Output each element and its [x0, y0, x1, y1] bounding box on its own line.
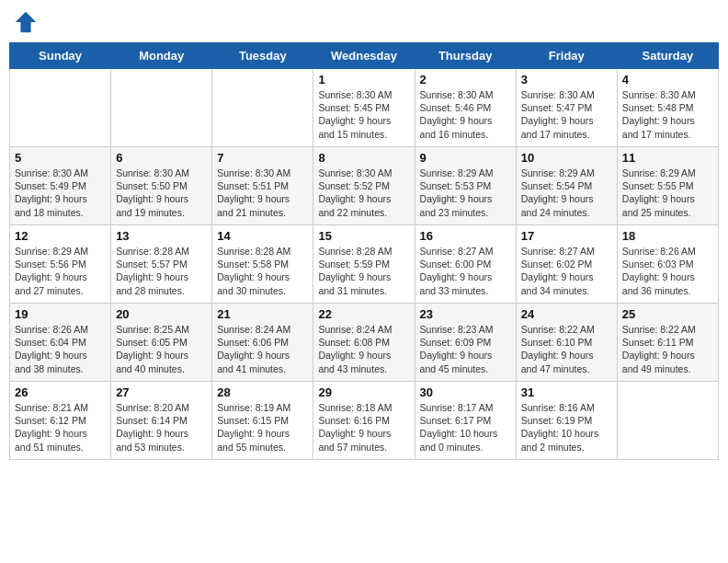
calendar-cell: 9Sunrise: 8:29 AM Sunset: 5:53 PM Daylig…	[415, 147, 516, 225]
date-number: 30	[420, 385, 511, 399]
day-header-friday: Friday	[516, 43, 617, 69]
cell-content: Sunrise: 8:30 AM Sunset: 5:47 PM Dayligh…	[521, 88, 612, 141]
date-number: 25	[622, 307, 713, 321]
cell-content: Sunrise: 8:26 AM Sunset: 6:04 PM Dayligh…	[15, 323, 106, 375]
cell-content: Sunrise: 8:24 AM Sunset: 6:08 PM Dayligh…	[318, 323, 409, 375]
calendar-cell: 23Sunrise: 8:23 AM Sunset: 6:09 PM Dayli…	[415, 304, 516, 382]
logo-icon	[13, 9, 39, 35]
cell-content: Sunrise: 8:30 AM Sunset: 5:48 PM Dayligh…	[622, 88, 713, 141]
calendar-cell: 8Sunrise: 8:30 AM Sunset: 5:52 PM Daylig…	[313, 147, 415, 225]
calendar-cell: 2Sunrise: 8:30 AM Sunset: 5:46 PM Daylig…	[415, 69, 516, 147]
cell-content: Sunrise: 8:22 AM Sunset: 6:10 PM Dayligh…	[521, 323, 612, 375]
cell-content: Sunrise: 8:16 AM Sunset: 6:19 PM Dayligh…	[521, 401, 612, 454]
date-number: 13	[116, 229, 207, 243]
calendar-cell: 6Sunrise: 8:30 AM Sunset: 5:50 PM Daylig…	[111, 147, 212, 225]
cell-content: Sunrise: 8:27 AM Sunset: 6:00 PM Dayligh…	[420, 245, 511, 297]
cell-content: Sunrise: 8:30 AM Sunset: 5:50 PM Dayligh…	[116, 167, 207, 219]
calendar-cell: 13Sunrise: 8:28 AM Sunset: 5:57 PM Dayli…	[111, 225, 212, 304]
date-number: 20	[116, 307, 207, 321]
svg-marker-0	[16, 12, 36, 32]
cell-content: Sunrise: 8:20 AM Sunset: 6:14 PM Dayligh…	[116, 401, 207, 454]
date-number: 4	[622, 73, 713, 86]
calendar-cell: 3Sunrise: 8:30 AM Sunset: 5:47 PM Daylig…	[516, 69, 617, 147]
date-number: 2	[420, 73, 511, 86]
calendar-cell: 18Sunrise: 8:26 AM Sunset: 6:03 PM Dayli…	[617, 225, 718, 304]
calendar-cell: 19Sunrise: 8:26 AM Sunset: 6:04 PM Dayli…	[10, 304, 111, 382]
calendar-cell: 15Sunrise: 8:28 AM Sunset: 5:59 PM Dayli…	[313, 225, 415, 304]
cell-content: Sunrise: 8:23 AM Sunset: 6:09 PM Dayligh…	[420, 323, 511, 375]
date-number: 14	[217, 229, 308, 243]
week-row-4: 19Sunrise: 8:26 AM Sunset: 6:04 PM Dayli…	[10, 304, 719, 382]
date-number: 7	[217, 151, 308, 165]
date-number: 23	[420, 307, 511, 321]
calendar-cell: 21Sunrise: 8:24 AM Sunset: 6:06 PM Dayli…	[212, 304, 313, 382]
day-header-saturday: Saturday	[617, 43, 718, 69]
cell-content: Sunrise: 8:17 AM Sunset: 6:17 PM Dayligh…	[420, 401, 511, 454]
date-number: 18	[622, 229, 713, 243]
date-number: 5	[15, 151, 106, 165]
calendar-cell: 22Sunrise: 8:24 AM Sunset: 6:08 PM Dayli…	[313, 304, 415, 382]
calendar-cell	[617, 382, 718, 460]
calendar-cell: 11Sunrise: 8:29 AM Sunset: 5:55 PM Dayli…	[617, 147, 718, 225]
date-number: 12	[15, 229, 106, 243]
cell-content: Sunrise: 8:29 AM Sunset: 5:56 PM Dayligh…	[15, 245, 106, 297]
week-row-3: 12Sunrise: 8:29 AM Sunset: 5:56 PM Dayli…	[10, 225, 719, 304]
week-row-1: 1Sunrise: 8:30 AM Sunset: 5:45 PM Daylig…	[10, 69, 719, 147]
calendar-cell: 17Sunrise: 8:27 AM Sunset: 6:02 PM Dayli…	[516, 225, 617, 304]
date-number: 22	[318, 307, 409, 321]
calendar-cell: 16Sunrise: 8:27 AM Sunset: 6:00 PM Dayli…	[415, 225, 516, 304]
calendar-cell: 31Sunrise: 8:16 AM Sunset: 6:19 PM Dayli…	[516, 382, 617, 460]
calendar-cell	[10, 69, 111, 147]
calendar-cell	[212, 69, 313, 147]
calendar-cell: 7Sunrise: 8:30 AM Sunset: 5:51 PM Daylig…	[212, 147, 313, 225]
header	[9, 9, 719, 35]
date-number: 24	[521, 307, 612, 321]
calendar-cell: 12Sunrise: 8:29 AM Sunset: 5:56 PM Dayli…	[10, 225, 111, 304]
calendar-cell: 24Sunrise: 8:22 AM Sunset: 6:10 PM Dayli…	[516, 304, 617, 382]
cell-content: Sunrise: 8:30 AM Sunset: 5:51 PM Dayligh…	[217, 167, 308, 219]
date-number: 9	[420, 151, 511, 165]
date-number: 15	[318, 229, 409, 243]
cell-content: Sunrise: 8:18 AM Sunset: 6:16 PM Dayligh…	[318, 401, 409, 454]
cell-content: Sunrise: 8:28 AM Sunset: 5:58 PM Dayligh…	[217, 245, 308, 297]
day-header-tuesday: Tuesday	[212, 43, 313, 69]
cell-content: Sunrise: 8:22 AM Sunset: 6:11 PM Dayligh…	[622, 323, 713, 375]
day-header-row: SundayMondayTuesdayWednesdayThursdayFrid…	[10, 43, 719, 69]
day-header-monday: Monday	[111, 43, 212, 69]
week-row-5: 26Sunrise: 8:21 AM Sunset: 6:12 PM Dayli…	[10, 382, 719, 460]
calendar-cell: 14Sunrise: 8:28 AM Sunset: 5:58 PM Dayli…	[212, 225, 313, 304]
calendar-cell: 4Sunrise: 8:30 AM Sunset: 5:48 PM Daylig…	[617, 69, 718, 147]
cell-content: Sunrise: 8:29 AM Sunset: 5:53 PM Dayligh…	[420, 167, 511, 219]
cell-content: Sunrise: 8:21 AM Sunset: 6:12 PM Dayligh…	[15, 401, 106, 454]
cell-content: Sunrise: 8:28 AM Sunset: 5:59 PM Dayligh…	[318, 245, 409, 297]
cell-content: Sunrise: 8:19 AM Sunset: 6:15 PM Dayligh…	[217, 401, 308, 454]
cell-content: Sunrise: 8:28 AM Sunset: 5:57 PM Dayligh…	[116, 245, 207, 297]
date-number: 16	[420, 229, 511, 243]
calendar-cell: 30Sunrise: 8:17 AM Sunset: 6:17 PM Dayli…	[415, 382, 516, 460]
date-number: 3	[521, 73, 612, 86]
cell-content: Sunrise: 8:25 AM Sunset: 6:05 PM Dayligh…	[116, 323, 207, 375]
logo	[13, 9, 42, 35]
date-number: 27	[116, 385, 207, 399]
calendar-cell: 1Sunrise: 8:30 AM Sunset: 5:45 PM Daylig…	[313, 69, 415, 147]
date-number: 8	[318, 151, 409, 165]
calendar-cell: 10Sunrise: 8:29 AM Sunset: 5:54 PM Dayli…	[516, 147, 617, 225]
calendar-cell: 5Sunrise: 8:30 AM Sunset: 5:49 PM Daylig…	[10, 147, 111, 225]
cell-content: Sunrise: 8:30 AM Sunset: 5:45 PM Dayligh…	[318, 88, 409, 141]
date-number: 29	[318, 385, 409, 399]
cell-content: Sunrise: 8:30 AM Sunset: 5:49 PM Dayligh…	[15, 167, 106, 219]
date-number: 19	[15, 307, 106, 321]
cell-content: Sunrise: 8:27 AM Sunset: 6:02 PM Dayligh…	[521, 245, 612, 297]
calendar-cell: 26Sunrise: 8:21 AM Sunset: 6:12 PM Dayli…	[10, 382, 111, 460]
calendar-table: SundayMondayTuesdayWednesdayThursdayFrid…	[9, 42, 719, 460]
date-number: 10	[521, 151, 612, 165]
cell-content: Sunrise: 8:24 AM Sunset: 6:06 PM Dayligh…	[217, 323, 308, 375]
date-number: 26	[15, 385, 106, 399]
day-header-thursday: Thursday	[415, 43, 516, 69]
cell-content: Sunrise: 8:29 AM Sunset: 5:55 PM Dayligh…	[622, 167, 713, 219]
date-number: 17	[521, 229, 612, 243]
date-number: 11	[622, 151, 713, 165]
calendar-cell: 28Sunrise: 8:19 AM Sunset: 6:15 PM Dayli…	[212, 382, 313, 460]
cell-content: Sunrise: 8:30 AM Sunset: 5:46 PM Dayligh…	[420, 88, 511, 141]
day-header-sunday: Sunday	[10, 43, 111, 69]
